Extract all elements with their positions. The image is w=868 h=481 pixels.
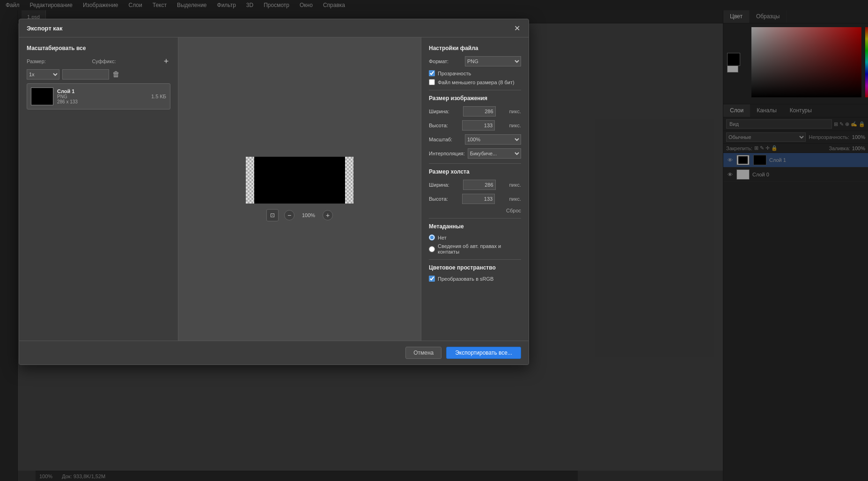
dialog-overlay: Экспорт как ✕ Масштабировать все Размер:… [0,0,868,481]
cancel-button[interactable]: Отмена [405,347,441,359]
color-space-checkbox[interactable] [429,276,435,282]
canvas-height-input[interactable] [462,194,495,204]
dialog-body: Масштабировать все Размер: Суффикс: + 1x… [19,37,529,341]
width-input[interactable] [463,106,496,117]
preview-image [246,157,353,204]
dialog-left-panel: Масштабировать все Размер: Суффикс: + 1x… [19,37,178,341]
meta-rights-row: Сведения об авт. правах и контакты [429,243,521,255]
height-input[interactable] [462,120,495,131]
suffix-label: Суффикс: [92,58,116,64]
height-row: Высота: пикс. [429,120,521,131]
small-file-checkbox[interactable] [429,79,435,85]
dialog-preview-area: ⊡ − 100% + [178,37,421,341]
metadata-title: Метаданные [429,223,521,230]
canvas-width-label: Ширина: [429,182,449,188]
canvas-size-title: Размер холста [429,168,521,175]
layer-export-info: Слой 1 PNG 286 x 133 [57,88,147,104]
transparency-label: Прозрачность [438,71,471,76]
color-space-row: Преобразовать в sRGB [429,276,521,282]
scale-label: Масштаб: [429,137,452,142]
layer-export-dimensions: 286 x 133 [57,99,147,104]
meta-none-label: Нет [438,235,447,240]
canvas-height-label: Высота: [429,196,448,202]
width-row: Ширина: пикс. [429,106,521,117]
image-size-title: Размер изображения [429,95,521,102]
interp-label: Интерполяция: [429,151,465,156]
dialog-close-button[interactable]: ✕ [513,24,521,32]
layer-export-filesize: 1.5 КБ [151,94,166,99]
canvas-width-row: Ширина: пикс. [429,180,521,190]
zoom-in-button[interactable]: + [323,210,333,220]
checker-left [246,157,254,204]
meta-rights-radio[interactable] [429,246,435,252]
format-row: Формат: PNG JPEG GIF SVG [429,56,521,66]
height-label: Высота: [429,123,448,128]
format-label: Формат: [429,58,449,64]
canvas-height-unit: пикс. [509,196,521,202]
zoom-value: 100% [300,212,317,218]
small-file-label: Файл меньшего размера (8 бит) [438,80,515,85]
preview-controls: ⊡ − 100% + [266,209,333,221]
scale-setting-select[interactable]: 100% [465,134,521,145]
reset-button[interactable]: Сброс [506,208,521,213]
zoom-out-button[interactable]: − [284,210,294,220]
dialog-settings-panel: Настройки файла Формат: PNG JPEG GIF SVG… [421,37,529,341]
format-select[interactable]: PNG JPEG GIF SVG [465,56,521,66]
color-space-title: Цветовое пространство [429,264,521,271]
divider-1 [429,90,521,90]
preview-canvas [246,157,353,204]
export-dialog: Экспорт как ✕ Масштабировать все Размер:… [19,19,529,365]
scale-row: 1x 🗑 [27,69,170,80]
divider-2 [429,163,521,164]
delete-scale-button[interactable]: 🗑 [112,70,120,79]
export-button[interactable]: Экспортировать все... [446,347,521,359]
transparency-row: Прозрачность [429,70,521,76]
scale-all-title: Масштабировать все [27,45,170,51]
canvas-height-row: Высота: пикс. [429,194,521,204]
layer-export-item[interactable]: Слой 1 PNG 286 x 133 1.5 КБ [27,83,170,109]
layer-export-format: PNG [57,94,147,99]
interp-row: Интерполяция: Бикубиче... [429,148,521,159]
color-space-label: Преобразовать в sRGB [438,276,493,282]
suffix-input[interactable] [62,69,109,80]
meta-rights-label: Сведения об авт. правах и контакты [438,243,521,255]
fit-screen-button[interactable]: ⊡ [266,209,279,221]
interp-select[interactable]: Бикубиче... [468,148,521,159]
divider-3 [429,218,521,219]
dialog-footer: Отмена Экспортировать все... [19,341,529,364]
width-unit: пикс. [509,109,521,114]
scale-setting-row: Масштаб: 100% [429,134,521,145]
add-scale-button[interactable]: + [162,57,170,66]
layer-export-name: Слой 1 [57,88,147,94]
small-file-row: Файл меньшего размера (8 бит) [429,79,521,85]
file-settings-title: Настройки файла [429,45,521,51]
dialog-title: Экспорт как [27,25,63,32]
checker-right [345,157,353,204]
canvas-width-input[interactable] [463,180,496,190]
layer-export-thumbnail [31,87,53,105]
width-label: Ширина: [429,109,449,114]
meta-none-radio[interactable] [429,234,435,240]
size-label: Размер: [27,58,46,64]
transparency-checkbox[interactable] [429,70,435,76]
meta-none-row: Нет [429,234,521,240]
divider-4 [429,259,521,260]
dialog-titlebar: Экспорт как ✕ [19,19,529,37]
canvas-width-unit: пикс. [509,182,521,188]
scale-header: Размер: Суффикс: + [27,57,170,66]
scale-select[interactable]: 1x [27,69,59,80]
height-unit: пикс. [509,123,521,128]
